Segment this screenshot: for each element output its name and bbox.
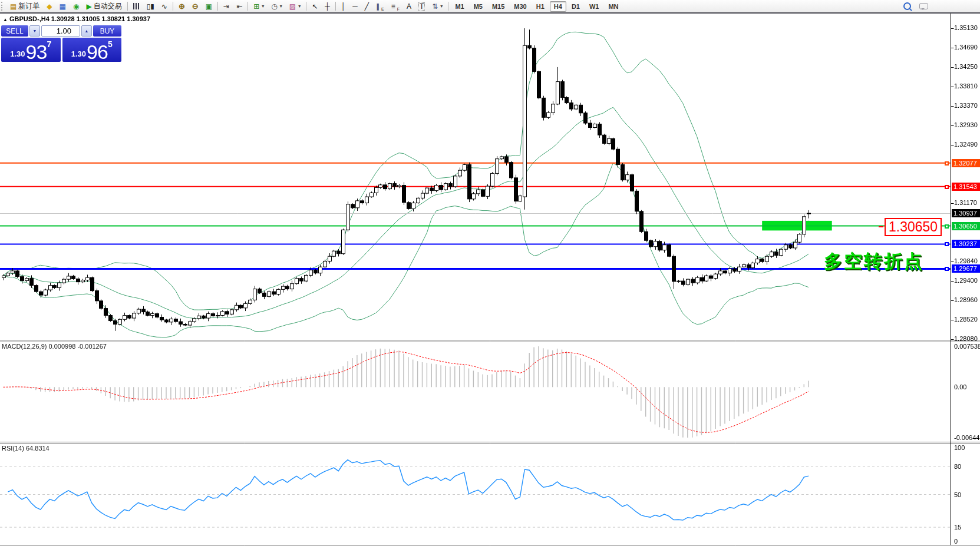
candlestick-icon: ▯▮	[147, 3, 154, 10]
zoom-in-button[interactable]: ⊕	[176, 0, 188, 12]
tile-windows-button[interactable]: ▣	[203, 0, 215, 12]
sell-price-pip-digit: 7	[47, 39, 51, 49]
timeframe-w1-button[interactable]: W1	[585, 1, 603, 12]
timeframe-h1-button[interactable]: H1	[532, 1, 549, 12]
rsi-axis-tick: 15	[954, 524, 961, 531]
price-axis-tick: 1.33810	[954, 82, 978, 90]
buy-price-prefix: 1.30	[71, 49, 86, 58]
timeframe-m1-button[interactable]: M1	[451, 1, 468, 12]
zoom-out-icon: ⊖	[192, 2, 199, 10]
vertical-line-icon: │	[341, 3, 346, 10]
autotrade-button-label: 自动交易	[94, 1, 122, 11]
volume-input[interactable]: 1.00	[41, 25, 80, 37]
gold-button[interactable]: ◆	[44, 0, 55, 12]
candlestick-button[interactable]: ▯▮	[144, 0, 157, 12]
toolbar-separator	[306, 2, 306, 11]
label-button[interactable]: T	[415, 0, 428, 12]
text-button[interactable]: A	[404, 0, 414, 12]
signal-button[interactable]: ◉	[70, 0, 82, 12]
toolbar-separator	[248, 2, 248, 11]
price-chart-canvas[interactable]	[0, 0, 980, 556]
new-order-button-label: 新订单	[18, 1, 39, 11]
chart-shift-icon: ⇤	[236, 3, 242, 10]
tile-windows-icon: ▣	[206, 3, 212, 10]
channel-icon-sub: E	[381, 7, 384, 11]
price-level-label[interactable]: 1.30650	[885, 218, 942, 236]
zoom-out-button[interactable]: ⊖	[189, 0, 202, 12]
buy-button[interactable]: BUY	[93, 25, 121, 37]
timeframe-d1-button[interactable]: D1	[567, 1, 584, 12]
toolbar-separator	[448, 2, 448, 11]
shapes-button[interactable]: ⇅▾	[429, 0, 446, 12]
chart-shift-button[interactable]: ⇤	[233, 0, 245, 12]
cursor-icon: ↖	[312, 3, 318, 10]
one-click-trading-panel: SELL ▼ 1.00 ▲ BUY 1.30 93 7 1.30 96 5	[1, 25, 121, 62]
toolbar-separator	[173, 2, 173, 11]
macd-axis-tick: 0.00	[954, 383, 966, 390]
sell-price-big-digits: 93	[26, 43, 47, 61]
text-label-icon: T	[418, 2, 425, 11]
timeframe-mn-button[interactable]: MN	[604, 1, 622, 12]
new-order-button[interactable]: ▤新订单	[7, 0, 42, 12]
macd-axis-tick: 0.007538	[954, 343, 980, 350]
turning-point-annotation: 多空转折点	[824, 249, 924, 274]
hline-button[interactable]: ─	[349, 0, 361, 12]
collapse-arrow-icon[interactable]: ▲	[3, 17, 8, 22]
fibonacci-button[interactable]: ≡F	[388, 0, 402, 12]
volume-increase-button[interactable]: ▲	[81, 25, 92, 37]
chat-icon[interactable]	[919, 3, 928, 9]
autotrade-button[interactable]: ▶自动交易	[83, 0, 124, 12]
sell-button[interactable]: SELL	[1, 25, 28, 37]
auto-scroll-button[interactable]: ⇥	[220, 0, 232, 12]
trendline-button[interactable]: ╱	[362, 0, 372, 12]
timeframe-h4-button[interactable]: H4	[550, 1, 566, 12]
line-chart-button[interactable]: ∿	[159, 0, 170, 12]
buy-price-pip-digit: 5	[108, 39, 113, 49]
sell-price-button[interactable]: 1.30 93 7	[1, 38, 61, 62]
volume-decrease-button[interactable]: ▼	[29, 25, 40, 37]
search-icon[interactable]	[903, 2, 911, 10]
line-chart-icon: ∿	[161, 3, 167, 10]
cursor-button[interactable]: ↖	[309, 0, 321, 12]
channel-icon: ∥	[376, 3, 380, 10]
price-axis-marker: 1.32077	[952, 159, 980, 167]
toolbar-right-icons	[903, 1, 928, 11]
terminal-icon: ▦	[60, 3, 66, 10]
toolbar-grip	[1, 2, 5, 11]
rsi-axis-tick: 100	[954, 444, 965, 451]
buy-price-button[interactable]: 1.30 96 5	[62, 38, 122, 62]
terminal-button[interactable]: ▦	[57, 0, 69, 12]
horizontal-line-icon: ─	[352, 3, 358, 10]
timeframe-m15-button[interactable]: M15	[488, 1, 509, 12]
timeframe-m30-button[interactable]: M30	[510, 1, 530, 12]
price-axis-tick: 1.29840	[954, 257, 978, 264]
new-chart-button[interactable]: ⊞▾	[250, 0, 267, 12]
bar-chart-button[interactable]	[130, 0, 143, 12]
toolbar-separator	[335, 2, 336, 11]
text-icon: A	[407, 3, 411, 10]
auto-scroll-icon: ⇥	[223, 3, 229, 10]
arrows-icon: ⇅	[432, 3, 438, 10]
price-axis-tick: 1.31170	[954, 199, 977, 206]
rsi-indicator-label: RSI(14) 64.8314	[2, 445, 50, 452]
price-axis-tick: 1.28520	[954, 316, 978, 323]
vline-button[interactable]: │	[338, 0, 349, 12]
macd-axis-tick: -0.006446	[954, 434, 980, 441]
crosshair-button[interactable]: ┼	[322, 0, 333, 12]
dropdown-arrow-icon: ▾	[440, 4, 443, 9]
toolbar: ▤新订单◆▦◉▶自动交易▯▮∿⊕⊖▣⇥⇤⊞▾◷▾▨▾↖┼│─╱∥E≡FAT⇅▾M…	[0, 0, 980, 14]
timeframe-m5-button[interactable]: M5	[470, 1, 487, 12]
dropdown-arrow-icon: ▾	[298, 4, 301, 9]
profiles-button[interactable]: ◷▾	[268, 0, 285, 12]
fibonacci-icon: ≡	[391, 3, 395, 10]
price-axis-marker: 1.30237	[952, 240, 980, 248]
price-axis-tick: 1.28960	[954, 296, 978, 303]
sell-price-prefix: 1.30	[10, 49, 25, 58]
clock-icon: ◷	[271, 3, 277, 10]
channel-button[interactable]: ∥E	[373, 0, 387, 12]
price-axis-tick: 1.28080	[954, 335, 978, 342]
price-axis-tick: 1.29400	[954, 277, 978, 284]
fibonacci-icon-sub: F	[397, 7, 400, 11]
templates-button[interactable]: ▨▾	[286, 0, 303, 12]
symbol-ohlc-text: GBPUSD-,H4 1.30928 1.31005 1.30821 1.309…	[9, 15, 150, 22]
